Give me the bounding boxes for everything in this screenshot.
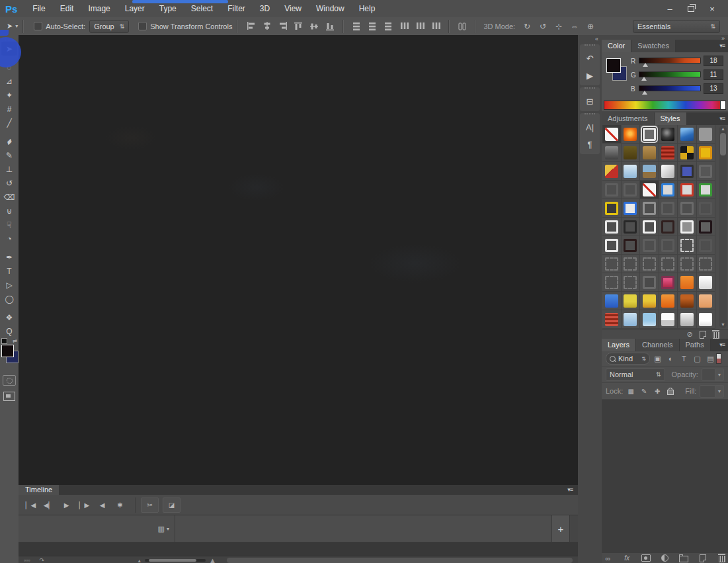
- filter-smart-objects-button[interactable]: ▤: [705, 353, 716, 364]
- auto-align-layers-button[interactable]: [455, 20, 469, 33]
- style-swatch[interactable]: [678, 310, 697, 329]
- align-horizontal-centers-button[interactable]: [259, 20, 274, 33]
- panel-menu-icon[interactable]: ▾≡: [716, 40, 728, 52]
- distribute-bottom-edges-button[interactable]: [381, 20, 395, 33]
- panel-grip[interactable]: [585, 113, 595, 117]
- blend-mode-dropdown[interactable]: Normal ⇅: [606, 368, 665, 381]
- style-swatch[interactable]: [602, 236, 622, 255]
- clear-style-button[interactable]: ⊘: [683, 330, 696, 339]
- style-swatch[interactable]: [602, 255, 622, 273]
- layers-list[interactable]: [602, 400, 728, 552]
- timeline-settings-button[interactable]: ✱: [112, 498, 128, 512]
- style-swatch[interactable]: [678, 273, 697, 292]
- panel-grip[interactable]: [585, 44, 595, 48]
- 3d-slide-button[interactable]: ⇔: [567, 20, 582, 33]
- layer-effects-button[interactable]: fx: [621, 554, 633, 562]
- style-swatch[interactable]: [659, 144, 678, 162]
- chevron-down-icon[interactable]: ▼: [715, 368, 724, 381]
- lock-all-button[interactable]: [665, 386, 676, 396]
- go-to-first-frame-button[interactable]: ▏◀: [22, 498, 39, 512]
- actions-panel-button[interactable]: ▶: [580, 67, 600, 84]
- new-layer-button[interactable]: [697, 554, 709, 562]
- tool-eyedropper[interactable]: ╱: [1, 116, 17, 130]
- style-swatch[interactable]: [640, 255, 659, 273]
- close-button[interactable]: ×: [703, 3, 721, 15]
- fill-field[interactable]: ▼: [700, 386, 724, 397]
- tool-preset-picker[interactable]: ➤ ▾: [7, 22, 18, 30]
- tool-polygonal-lasso[interactable]: ⊿: [1, 74, 17, 88]
- panel-menu-icon[interactable]: ▾≡: [716, 339, 728, 351]
- collapse-dock-button[interactable]: «: [578, 35, 602, 42]
- auto-select-checkbox[interactable]: [34, 22, 42, 30]
- panel-menu-icon[interactable]: ▾≡: [716, 112, 728, 125]
- style-swatch[interactable]: [697, 144, 716, 162]
- filter-type-layers-button[interactable]: T: [678, 353, 690, 364]
- new-style-button[interactable]: [696, 330, 709, 339]
- style-swatch[interactable]: [697, 236, 716, 255]
- style-swatch[interactable]: [622, 310, 641, 329]
- channel-g-slider-thumb[interactable]: [641, 77, 647, 81]
- split-at-playhead-button[interactable]: ✂: [141, 498, 159, 513]
- style-swatch[interactable]: [602, 310, 622, 329]
- character-panel-button[interactable]: A|: [580, 118, 600, 136]
- channel-b-value-input[interactable]: 13: [704, 83, 723, 94]
- style-swatch[interactable]: [697, 218, 716, 236]
- delete-style-button[interactable]: [709, 330, 723, 339]
- style-swatch[interactable]: [640, 125, 659, 144]
- style-swatch[interactable]: [622, 144, 641, 162]
- menu-image[interactable]: Image: [81, 0, 117, 17]
- style-swatch[interactable]: [697, 292, 716, 310]
- style-swatch[interactable]: [622, 273, 641, 292]
- style-swatch[interactable]: [659, 310, 678, 329]
- style-swatch[interactable]: [640, 218, 659, 236]
- filter-adjustment-layers-button[interactable]: ◐: [665, 353, 676, 364]
- canvas-area[interactable]: [19, 35, 578, 485]
- menu-filter[interactable]: Filter: [220, 0, 253, 17]
- tab-adjustments[interactable]: Adjustments: [602, 112, 655, 125]
- render-video-button[interactable]: ↷: [40, 557, 45, 563]
- style-swatch[interactable]: [640, 162, 659, 181]
- panel-menu-icon[interactable]: ▾≡: [562, 485, 578, 495]
- menu-3d[interactable]: 3D: [253, 0, 277, 17]
- transition-button[interactable]: ◪: [163, 498, 181, 513]
- style-swatch[interactable]: [602, 292, 622, 310]
- timeline-scrollbar[interactable]: [227, 558, 573, 563]
- properties-panel-button[interactable]: ⊟: [580, 93, 600, 110]
- style-swatch[interactable]: [678, 292, 697, 310]
- style-swatch[interactable]: [622, 125, 641, 144]
- tool-pen[interactable]: ✒: [1, 250, 17, 264]
- style-swatch[interactable]: [659, 292, 678, 310]
- style-swatch[interactable]: [697, 199, 716, 218]
- mute-audio-button[interactable]: ◀: [94, 498, 110, 512]
- timeline-lane[interactable]: [175, 515, 551, 542]
- style-swatch[interactable]: [622, 292, 641, 310]
- paragraph-panel-button[interactable]: ¶: [580, 136, 600, 153]
- lock-transparent-pixels-button[interactable]: ▦: [626, 386, 636, 396]
- style-swatch[interactable]: [602, 273, 622, 292]
- style-swatch[interactable]: [697, 162, 716, 181]
- tool-hand[interactable]: ❖: [1, 310, 17, 324]
- distribute-right-edges-button[interactable]: [428, 20, 443, 33]
- zoom-slider-track[interactable]: [145, 559, 206, 562]
- distribute-top-edges-button[interactable]: [349, 20, 364, 33]
- style-swatch[interactable]: [697, 310, 716, 329]
- next-frame-button[interactable]: ▏▶: [76, 498, 93, 512]
- new-group-button[interactable]: [678, 554, 690, 562]
- align-bottom-edges-button[interactable]: [323, 20, 337, 33]
- add-layer-mask-button[interactable]: [639, 554, 652, 562]
- channel-r-slider-thumb[interactable]: [643, 63, 648, 67]
- style-swatch[interactable]: [697, 273, 716, 292]
- play-button[interactable]: ▶: [58, 498, 75, 512]
- style-swatch[interactable]: [659, 162, 678, 181]
- tool-magic-wand[interactable]: ✦: [1, 88, 17, 102]
- foreground-color-swatch[interactable]: [606, 58, 621, 73]
- style-swatch[interactable]: [678, 255, 697, 273]
- menu-type[interactable]: Type: [152, 0, 184, 17]
- tool-ellipse-shape[interactable]: ◯: [1, 292, 17, 306]
- panel-grip[interactable]: [5, 35, 14, 40]
- style-swatch[interactable]: [640, 310, 659, 329]
- style-swatch[interactable]: [640, 292, 659, 310]
- style-swatch[interactable]: [678, 199, 697, 218]
- foreground-color-swatch[interactable]: [1, 345, 14, 357]
- tool-history-brush[interactable]: ↺: [1, 176, 17, 190]
